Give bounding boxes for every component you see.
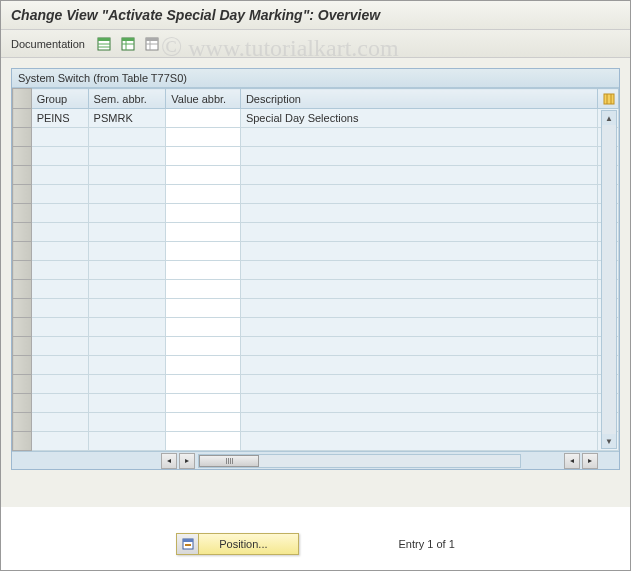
table-row-empty[interactable] xyxy=(13,394,619,413)
table-row-empty[interactable] xyxy=(13,280,619,299)
column-header-value-abbr[interactable]: Value abbr. xyxy=(166,89,241,109)
table-row-empty[interactable] xyxy=(13,318,619,337)
table-row-empty[interactable] xyxy=(13,223,619,242)
scroll-up-icon[interactable]: ▲ xyxy=(602,111,616,125)
cell-group: PEINS xyxy=(31,109,88,128)
cell-value-abbr[interactable] xyxy=(166,109,241,128)
scroll-right-icon[interactable]: ◂ xyxy=(564,453,580,469)
table-row-empty[interactable] xyxy=(13,147,619,166)
position-button[interactable]: Position... xyxy=(176,533,298,555)
position-button-label: Position... xyxy=(199,538,297,550)
table-row-empty[interactable] xyxy=(13,337,619,356)
grid-body: PEINS PSMRK Special Day Selections xyxy=(13,109,619,451)
position-icon xyxy=(177,534,199,554)
column-header-sem-abbr[interactable]: Sem. abbr. xyxy=(88,89,166,109)
svg-rect-9 xyxy=(146,38,158,41)
column-header-description[interactable]: Description xyxy=(240,89,597,109)
table-row-empty[interactable] xyxy=(13,356,619,375)
table-row[interactable]: PEINS PSMRK Special Day Selections xyxy=(13,109,619,128)
select-all-header[interactable] xyxy=(13,89,32,109)
table-row-empty[interactable] xyxy=(13,375,619,394)
column-header-group[interactable]: Group xyxy=(31,89,88,109)
title-bar: Change View "Activate Special Day Markin… xyxy=(1,1,630,30)
hscroll-track[interactable] xyxy=(198,454,521,468)
page-title: Change View "Activate Special Day Markin… xyxy=(11,7,620,23)
table-view-icon[interactable] xyxy=(95,35,113,53)
svg-rect-17 xyxy=(185,544,191,546)
content-area: System Switch (from Table T77S0) Group S… xyxy=(1,58,630,507)
documentation-button[interactable]: Documentation xyxy=(11,38,85,50)
table-row-empty[interactable] xyxy=(13,413,619,432)
application-toolbar: Documentation xyxy=(1,30,630,58)
hscroll-thumb[interactable] xyxy=(199,455,259,467)
table-row-empty[interactable] xyxy=(13,166,619,185)
footer-area: Position... Entry 1 of 1 xyxy=(1,533,630,555)
row-selector[interactable] xyxy=(13,109,32,128)
scroll-down-icon[interactable]: ▼ xyxy=(602,434,616,448)
svg-rect-1 xyxy=(98,38,110,41)
grid-header-row: Group Sem. abbr. Value abbr. Description xyxy=(13,89,619,109)
svg-rect-16 xyxy=(183,539,193,542)
cell-sem-abbr: PSMRK xyxy=(88,109,166,128)
table-row-empty[interactable] xyxy=(13,261,619,280)
table-row-empty[interactable] xyxy=(13,299,619,318)
vertical-scrollbar[interactable]: ▲ ▼ xyxy=(601,110,617,449)
svg-rect-12 xyxy=(604,94,614,104)
scroll-first-icon[interactable]: ◂ xyxy=(161,453,177,469)
data-grid: Group Sem. abbr. Value abbr. Description… xyxy=(12,88,619,451)
table-row-empty[interactable] xyxy=(13,204,619,223)
table-select-icon[interactable] xyxy=(143,35,161,53)
scroll-left-icon[interactable]: ▸ xyxy=(179,453,195,469)
table-row-empty[interactable] xyxy=(13,242,619,261)
table-row-empty[interactable] xyxy=(13,185,619,204)
horizontal-scrollbar: ◂ ▸ ◂ ▸ xyxy=(12,451,619,469)
svg-rect-5 xyxy=(122,38,134,41)
table-row-empty[interactable] xyxy=(13,432,619,451)
table-caption: System Switch (from Table T77S0) xyxy=(12,69,619,88)
scroll-last-icon[interactable]: ▸ xyxy=(582,453,598,469)
configure-columns-icon[interactable] xyxy=(598,89,619,109)
table-row-empty[interactable] xyxy=(13,128,619,147)
table-container: System Switch (from Table T77S0) Group S… xyxy=(11,68,620,470)
entry-count-text: Entry 1 of 1 xyxy=(399,538,455,550)
table-settings-icon[interactable] xyxy=(119,35,137,53)
cell-description: Special Day Selections xyxy=(240,109,597,128)
